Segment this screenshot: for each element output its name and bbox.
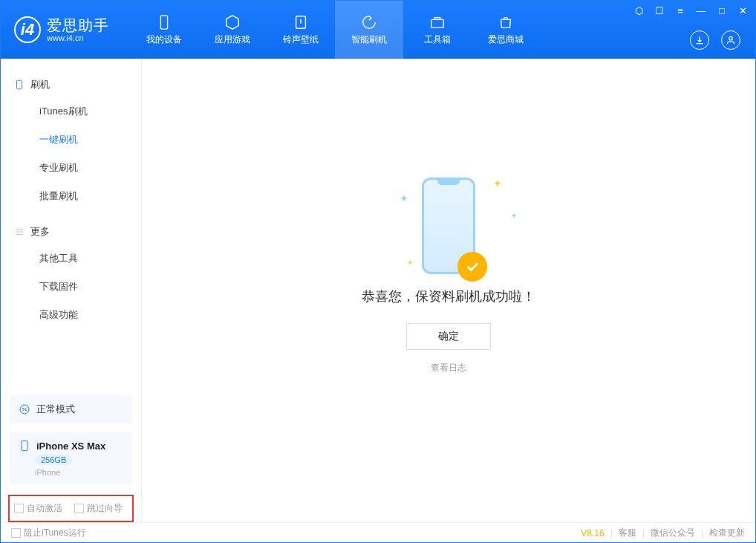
side-item-batch-flash[interactable]: 批量刷机 — [1, 182, 141, 210]
side-item-download-firmware[interactable]: 下载固件 — [1, 273, 141, 301]
svg-rect-9 — [22, 440, 27, 450]
music-icon — [293, 14, 309, 30]
phone-icon — [156, 14, 172, 30]
window-controls: ⬡ ☐ ≡ — □ ✕ — [632, 5, 749, 16]
app-url: www.i4.cn — [47, 33, 109, 42]
side-item-itunes-flash[interactable]: iTunes刷机 — [1, 97, 141, 126]
block-itunes-checkbox[interactable]: 阻止iTunes运行 — [11, 527, 86, 539]
side-header-label: 更多 — [30, 225, 50, 238]
auto-activate-checkbox[interactable]: 自动激活 — [14, 502, 62, 515]
wechat-link[interactable]: 微信公众号 — [651, 527, 695, 539]
bag-icon — [498, 14, 514, 30]
logo-area: i4 爱思助手 www.i4.cn — [1, 1, 123, 59]
main-content: ✦ ✦ ✦ ✦ 恭喜您，保资料刷机成功啦！ 确定 查看日志 — [142, 59, 755, 522]
success-illustration: ✦ ✦ ✦ ✦ — [422, 178, 475, 274]
nav-apps[interactable]: 应用游戏 — [198, 1, 267, 59]
nav-ringtones[interactable]: 铃声壁纸 — [267, 1, 335, 59]
minimize-button[interactable]: — — [694, 5, 708, 16]
customer-service-link[interactable]: 客服 — [619, 527, 636, 539]
device-name: iPhone XS Max — [36, 440, 105, 452]
side-header-label: 刷机 — [30, 78, 50, 91]
nav-label: 工具箱 — [424, 33, 451, 46]
nav-my-device[interactable]: 我的设备 — [130, 1, 198, 59]
ok-button[interactable]: 确定 — [406, 323, 491, 350]
sparkle-icon: ✦ — [407, 259, 413, 267]
device-phone-icon — [19, 440, 30, 452]
nav-smart-flash[interactable]: 智能刷机 — [335, 1, 403, 59]
lock-icon[interactable]: ☐ — [653, 5, 666, 16]
version-label: V8.16 — [581, 528, 604, 539]
device-type: iPhone — [35, 468, 60, 477]
side-header-flash: 刷机 — [1, 72, 141, 97]
download-icon[interactable] — [690, 30, 709, 50]
footer: 阻止iTunes运行 V8.16 | 客服 | 微信公众号 | 检查更新 — [1, 522, 755, 543]
nav-label: 铃声壁纸 — [283, 33, 319, 46]
footer-right: V8.16 | 客服 | 微信公众号 | 检查更新 — [581, 527, 745, 539]
svg-point-8 — [25, 409, 27, 411]
nav-tabs: 我的设备 应用游戏 铃声壁纸 智能刷机 工具箱 爱思商城 — [130, 1, 540, 59]
auto-activate-label: 自动激活 — [27, 502, 62, 515]
side-group-flash: 刷机 iTunes刷机 一键刷机 专业刷机 批量刷机 — [1, 72, 141, 210]
check-update-link[interactable]: 检查更新 — [709, 527, 745, 539]
nav-toolbox[interactable]: 工具箱 — [403, 1, 472, 59]
phone-outline-icon — [14, 79, 25, 90]
cube-icon — [224, 14, 241, 30]
skip-guide-checkbox[interactable]: 跳过向导 — [74, 502, 123, 515]
side-item-advanced[interactable]: 高级功能 — [1, 301, 141, 329]
shirt-icon[interactable]: ⬡ — [632, 5, 645, 16]
body-area: 刷机 iTunes刷机 一键刷机 专业刷机 批量刷机 更多 其他工具 下载固件 … — [1, 59, 755, 522]
svg-rect-2 — [431, 19, 444, 27]
svg-rect-3 — [434, 17, 440, 19]
list-icon — [14, 227, 25, 237]
nav-label: 爱思商城 — [488, 33, 524, 46]
maximize-button[interactable]: □ — [715, 5, 729, 16]
side-item-other-tools[interactable]: 其他工具 — [1, 244, 141, 273]
mode-icon — [19, 403, 30, 415]
sidebar: 刷机 iTunes刷机 一键刷机 专业刷机 批量刷机 更多 其他工具 下载固件 … — [1, 59, 142, 522]
side-item-pro-flash[interactable]: 专业刷机 — [1, 154, 141, 182]
nav-label: 智能刷机 — [351, 33, 387, 46]
nav-label: 应用游戏 — [215, 33, 250, 46]
nav-store[interactable]: 爱思商城 — [472, 1, 540, 59]
logo-text: 爱思助手 www.i4.cn — [47, 17, 109, 42]
mode-label: 正常模式 — [36, 403, 75, 416]
side-item-onekey-flash[interactable]: 一键刷机 — [1, 126, 141, 154]
device-box[interactable]: iPhone XS Max 256GB iPhone — [10, 432, 132, 484]
sparkle-icon: ✦ — [493, 178, 502, 189]
nav-label: 我的设备 — [146, 33, 182, 46]
refresh-icon — [361, 14, 377, 30]
app-title: 爱思助手 — [47, 17, 109, 33]
svg-point-7 — [22, 408, 24, 409]
skip-guide-label: 跳过向导 — [87, 502, 123, 515]
side-group-more: 更多 其他工具 下载固件 高级功能 — [1, 219, 141, 329]
logo-icon: i4 — [14, 16, 41, 43]
block-itunes-label: 阻止iTunes运行 — [24, 527, 86, 539]
device-capacity: 256GB — [35, 455, 72, 465]
sparkle-icon: ✦ — [400, 192, 408, 204]
user-icon[interactable] — [721, 30, 740, 50]
mode-box[interactable]: 正常模式 — [10, 395, 132, 423]
svg-rect-5 — [17, 80, 22, 89]
sparkle-icon: ✦ — [511, 212, 517, 220]
svg-point-4 — [729, 36, 733, 40]
view-log-link[interactable]: 查看日志 — [431, 362, 466, 374]
app-header: i4 爱思助手 www.i4.cn 我的设备 应用游戏 铃声壁纸 智能刷机 工具… — [1, 1, 755, 59]
close-button[interactable]: ✕ — [736, 5, 749, 16]
header-right-icons — [690, 30, 740, 50]
svg-rect-0 — [160, 15, 167, 28]
check-badge-icon — [457, 252, 487, 282]
menu-icon[interactable]: ≡ — [674, 5, 687, 16]
success-message: 恭喜您，保资料刷机成功啦！ — [362, 287, 535, 305]
toolbox-icon — [429, 14, 446, 30]
side-header-more: 更多 — [1, 219, 141, 244]
options-row: 自动激活 跳过向导 — [8, 495, 134, 522]
